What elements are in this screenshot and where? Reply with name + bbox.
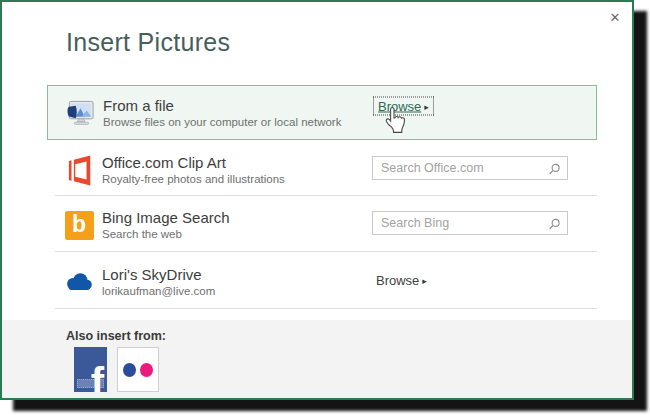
office-logo-icon [64,155,94,186]
browse-skydrive-link[interactable]: Browse▸ [372,272,431,289]
bing-letter: b [72,213,86,236]
bing-search-input[interactable] [373,212,551,234]
provider-description: lorikaufman@live.com [102,284,215,299]
provider-title: Bing Image Search [102,208,230,227]
bing-search-box [372,211,568,235]
browse-link-label: Browse [376,273,419,288]
insert-pictures-dialog: ✕ Insert Pictures From a file Browse fil… [0,0,634,400]
facebook-button[interactable]: f [74,347,107,392]
divider [55,195,597,196]
provider-title: Lori's SkyDrive [102,265,215,284]
computer-icon [65,100,95,126]
office-search-input[interactable] [373,157,551,179]
search-icon[interactable] [548,162,561,180]
browse-file-link[interactable]: Browse▸ [373,97,434,116]
flickr-button[interactable] [117,347,159,392]
divider [55,251,597,252]
office-search-box [372,156,568,180]
also-insert-from-label: Also insert from: [66,329,166,343]
provider-row-bing: b Bing Image Search Search the web [47,203,597,247]
flickr-blue-dot-icon [123,363,136,377]
provider-description: Search the web [102,227,230,242]
provider-description: Royalty-free photos and illustrations [102,172,285,187]
search-icon[interactable] [548,217,561,235]
flickr-pink-dot-icon [140,363,153,377]
provider-description: Browse files on your computer or local n… [103,115,341,130]
chevron-right-icon: ▸ [424,102,429,112]
footer: Also insert from: f [2,320,632,398]
close-icon[interactable]: ✕ [606,9,624,27]
browse-link-label: Browse [378,99,421,114]
bing-logo-icon: b [64,211,94,240]
provider-row-from-file: From a file Browse files on your compute… [47,85,597,140]
chevron-right-icon: ▸ [422,276,427,286]
divider [55,308,597,309]
social-tiles: f [74,347,159,392]
provider-row-office-clipart: Office.com Clip Art Royalty-free photos … [47,148,597,192]
skydrive-cloud-icon [64,271,94,293]
page-title: Insert Pictures [66,28,230,57]
facebook-icon: f [91,362,104,392]
provider-title: Office.com Clip Art [102,153,285,172]
provider-title: From a file [103,96,341,115]
provider-row-skydrive: Lori's SkyDrive lorikaufman@live.com Bro… [47,258,597,306]
